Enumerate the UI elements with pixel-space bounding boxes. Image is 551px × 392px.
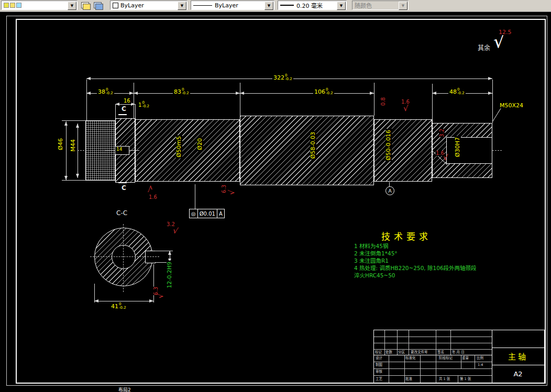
section-letter-top: C <box>122 105 126 113</box>
tb-design: 设计 <box>376 356 382 360</box>
lineweight-combo-arrow-icon[interactable]: ▼ <box>337 2 346 10</box>
tech-item: 4 热处理: 调质HB220~250, 除106段外两轴颈段 <box>354 264 477 272</box>
dia-label-46: Ø46 <box>58 137 64 151</box>
dim-line-d46 <box>66 121 67 180</box>
gdt-symbol-icon: ◎ <box>189 209 198 218</box>
shaft-bore-30h7 <box>446 137 492 164</box>
dim-38: 380-0.2 <box>97 88 114 95</box>
tb-date: 年.月.日 <box>452 350 465 354</box>
plotstyle-combo-value: 随颜色 <box>355 1 372 9</box>
ext-line <box>115 104 116 118</box>
gdt-frame: ◎ Ø0.01 A <box>190 209 225 218</box>
tb-approve: 批准 <box>405 377 412 381</box>
object-properties-toolbar: ▼ ByLayer ▼ ByLayer ▼ 0.20 毫米 ▼ 随颜色 ▼ <box>0 0 551 12</box>
make-layer-current-button[interactable] <box>80 1 91 10</box>
dim-line-m44 <box>78 124 78 178</box>
dim-41: 410-0.2 <box>110 303 127 310</box>
layer-thaw-icon <box>10 3 15 8</box>
linetype-line-icon <box>193 5 212 6</box>
dim-line-41 <box>94 301 153 301</box>
tb-sheets: 共 1 张 <box>439 377 450 381</box>
shaft-journal-50m5 <box>135 119 240 182</box>
dia-label-m44: M44 <box>70 138 76 153</box>
plotstyle-combo-arrow-icon: ▼ <box>399 2 407 10</box>
part-name: 主轴 <box>492 348 544 365</box>
ext-line <box>432 84 433 123</box>
color-swatch-icon <box>113 3 118 8</box>
section-centerline-v <box>123 224 124 292</box>
tech-item: 1 材料为45钢 <box>354 242 388 250</box>
color-combo-value: ByLayer <box>120 2 144 9</box>
ext-line <box>86 80 87 120</box>
shaft-journal-50 <box>374 119 432 182</box>
linetype-combo-value: ByLayer <box>215 2 238 9</box>
roughness-check-icon: √ <box>228 190 236 195</box>
color-combo-arrow-icon[interactable]: ▼ <box>178 2 186 10</box>
ext-line <box>62 180 85 181</box>
tb-sign: 签名 <box>437 350 444 354</box>
tb-zone: 分区 <box>398 350 405 354</box>
roughness-check-icon: √ <box>443 154 448 162</box>
tb-draft: 制图 <box>376 363 382 367</box>
dim-line-106 <box>240 93 374 94</box>
roughness-12-5: 12.5 <box>499 30 512 35</box>
dia-label-50b: Ø50-0.016 <box>385 129 392 161</box>
tb-weight: 重量 <box>462 356 469 360</box>
shaft-body-58 <box>240 116 374 185</box>
section-cut-stub <box>118 114 127 115</box>
dia-label-50m5: Ø50m5 <box>176 135 182 158</box>
linetype-combo-arrow-icon[interactable]: ▼ <box>265 2 273 10</box>
ext-line <box>492 80 493 123</box>
tb-stage: 阶段标记 <box>439 356 453 360</box>
dim-83: 830-0.2 <box>173 88 190 95</box>
datum-flag: A <box>385 186 394 195</box>
dia-label-30h7: Ø30H7 <box>455 136 461 158</box>
layer-combo-arrow-icon[interactable]: ▼ <box>68 2 76 10</box>
roughness-check-icon: √ <box>403 105 409 113</box>
ext-line <box>62 120 85 121</box>
tb-process: 工艺 <box>376 377 382 381</box>
dim-stub <box>129 150 139 151</box>
section-letter-bottom: C <box>122 184 126 192</box>
roughness-0-8: 0.8 <box>380 97 386 106</box>
linetype-combo[interactable]: ByLayer ▼ <box>191 1 274 10</box>
layer-previous-button[interactable] <box>92 1 103 10</box>
sheet-format: A2 <box>492 365 544 383</box>
layer-on-icon <box>4 3 9 8</box>
gdt-leader <box>195 184 195 209</box>
roughness-check-icon: √ <box>148 184 153 192</box>
dim-stub <box>105 150 115 151</box>
lineweight-line-icon <box>280 5 294 6</box>
dia-label-20: Ø20 <box>197 137 203 151</box>
section-cut-stub <box>118 182 127 183</box>
layout-tab[interactable]: 布局2 <box>118 386 131 392</box>
roughness-6-3-groove: 6.3 <box>221 185 227 193</box>
ext-line <box>134 83 134 118</box>
ext-line <box>135 104 136 119</box>
section-title: C-C <box>116 209 127 217</box>
color-combo[interactable]: ByLayer ▼ <box>110 1 188 10</box>
lineweight-combo-value: 0.20 毫米 <box>296 1 323 9</box>
section-keyway-notch <box>145 251 156 263</box>
surface-note-label: 其余 <box>478 43 490 52</box>
ext-line <box>240 83 240 116</box>
roughness-1-6-bottom: 1.6 <box>149 195 157 200</box>
tb-scale: 比例 <box>477 356 483 360</box>
tb-count: 处数 <box>385 350 392 354</box>
lineweight-combo[interactable]: 0.20 毫米 ▼ <box>278 1 347 10</box>
ext-line <box>153 264 154 303</box>
gdt-tolerance: Ø0.01 <box>197 209 217 218</box>
layer-combo[interactable]: ▼ <box>1 1 78 10</box>
tech-requirements-title: 技术要求 <box>381 229 432 242</box>
tb-doc: 更改文件号 <box>411 350 428 354</box>
tb-standard: 标准化 <box>405 356 416 360</box>
dim-106: 1060-0.2 <box>313 88 334 95</box>
cad-window: ▼ ByLayer ▼ ByLayer ▼ 0.20 毫米 ▼ 随颜色 ▼ <box>0 0 551 392</box>
title-block: 主轴 A2 标记 处数 分区 更改文件号 签名 年.月.日 设计 制图 审核 工… <box>373 330 545 383</box>
section-bore-circle <box>112 245 136 269</box>
section-centerline-h <box>90 256 159 257</box>
roughness-3-2-bore: 3.2 <box>439 129 445 137</box>
tech-item: 2 未注倒角1*45° <box>354 249 398 257</box>
dim-322: 3220-0.2 <box>272 74 293 81</box>
dim-16: 16 <box>123 98 131 104</box>
